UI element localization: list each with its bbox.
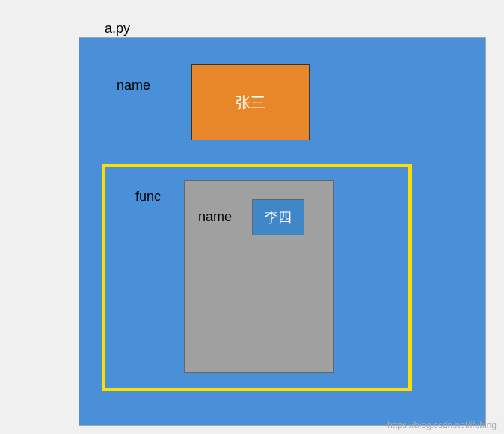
filename-label: a.py [105, 21, 130, 37]
inner-variable-value-box: 李四 [252, 199, 304, 235]
module-scope-box: name 张三 func name 李四 [79, 37, 486, 426]
outer-variable-label: name [117, 78, 150, 93]
inner-variable-value: 李四 [265, 208, 292, 226]
inner-variable-label: name [198, 209, 232, 225]
watermark: https://blog.csdn.net/ifubing [387, 420, 497, 430]
outer-variable-value: 张三 [236, 93, 265, 113]
function-label: func [135, 189, 161, 205]
function-scope-box: name 李四 [184, 180, 334, 373]
outer-variable-value-box: 张三 [191, 64, 310, 140]
